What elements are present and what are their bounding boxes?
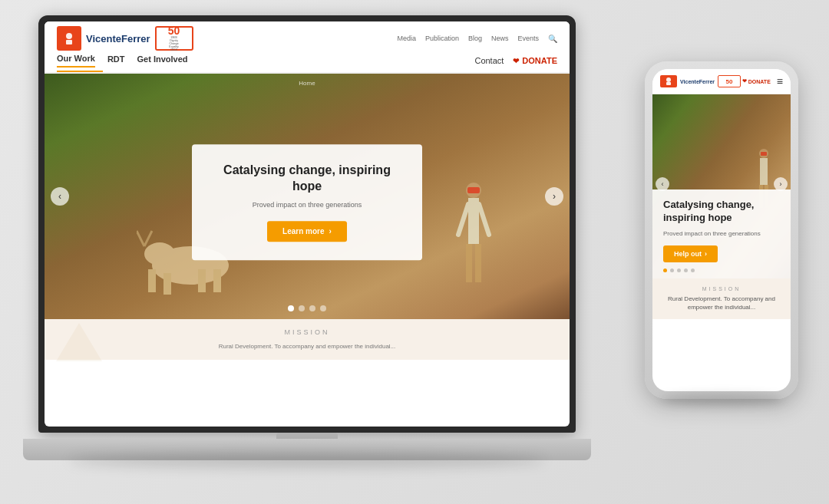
mobile-screen: VicenteFerrer 50 ❤ DONATE ≡ xyxy=(652,69,791,391)
mobile-arrow-right[interactable]: › xyxy=(774,177,788,191)
learn-more-button[interactable]: Learn more › xyxy=(267,221,347,242)
website-nav: VicenteFerrer 50 1969/DignityChangeEqual… xyxy=(45,21,570,74)
svg-rect-19 xyxy=(666,82,671,85)
logo-icon xyxy=(57,26,81,51)
svg-rect-7 xyxy=(213,269,221,292)
nav-top-links: Media Publication Blog News Events 🔍 xyxy=(397,35,557,43)
nav-link-news[interactable]: News xyxy=(491,35,509,42)
laptop-shadow xyxy=(69,453,545,468)
svg-rect-13 xyxy=(466,244,472,282)
mobile-hero-dots xyxy=(663,268,780,272)
mobile-dot-4[interactable] xyxy=(684,268,688,272)
nav-link-blog[interactable]: Blog xyxy=(468,35,482,42)
svg-rect-14 xyxy=(475,244,481,282)
heart-icon: ❤ xyxy=(513,57,519,65)
nav-rdt[interactable]: RDT xyxy=(107,54,125,67)
mobile-hero: ‹ › Catalysing change, inspiring hope Pr… xyxy=(652,94,791,278)
search-icon[interactable]: 🔍 xyxy=(548,35,557,43)
laptop-device: VicenteFerrer 50 1969/DignityChangeEqual… xyxy=(23,15,591,460)
mission-label: MISSION xyxy=(57,328,557,336)
mobile-device: VicenteFerrer 50 ❤ DONATE ≡ xyxy=(645,61,798,399)
logo-50th: 50 1969/DignityChangeEquality/2019 xyxy=(155,26,193,51)
mobile-textbox: Catalysing change, inspiring hope Proved… xyxy=(652,189,791,278)
website-hero: Home ‹ › Catalysing change, inspiring ho… xyxy=(45,74,570,319)
nav-contact[interactable]: Contact xyxy=(474,56,504,65)
nav-top-bar: VicenteFerrer 50 1969/DignityChangeEqual… xyxy=(57,21,557,54)
hero-dots xyxy=(288,305,326,311)
hero-arrow-right[interactable]: › xyxy=(545,187,563,206)
mobile-hero-title: Catalysing change, inspiring hope xyxy=(663,199,780,225)
hamburger-icon[interactable]: ≡ xyxy=(777,75,783,87)
svg-point-18 xyxy=(666,77,671,82)
help-out-button[interactable]: Help out › xyxy=(663,245,718,262)
mobile-hero-arrows: ‹ › xyxy=(652,177,791,191)
mobile-arrow-icon: › xyxy=(705,250,707,258)
hero-dot-3[interactable] xyxy=(309,305,315,311)
scene: VicenteFerrer 50 1969/DignityChangeEqual… xyxy=(0,0,829,504)
hero-arrow-left[interactable]: ‹ xyxy=(51,187,69,206)
hero-breadcrumb: Home xyxy=(299,80,315,87)
mission-triangle-icon xyxy=(52,319,106,368)
nav-our-work[interactable]: Our Work xyxy=(57,54,95,68)
svg-rect-4 xyxy=(148,269,156,292)
mobile-shadow xyxy=(660,394,783,405)
logo-50-sub: 1969/DignityChangeEquality/2019 xyxy=(169,36,178,52)
svg-rect-1 xyxy=(66,40,72,44)
svg-line-9 xyxy=(144,231,152,246)
svg-point-0 xyxy=(66,33,72,39)
hero-dot-2[interactable] xyxy=(299,305,305,311)
laptop-screen: VicenteFerrer 50 1969/DignityChangeEqual… xyxy=(45,21,570,427)
mobile-logo-50-year: 50 xyxy=(726,78,733,85)
mission-text: Rural Development. To accompany and empo… xyxy=(57,342,557,351)
mobile-mission-text: Rural Development. To accompany and empo… xyxy=(663,295,780,311)
mobile-outer: VicenteFerrer 50 ❤ DONATE ≡ xyxy=(645,61,798,399)
mobile-heart-icon: ❤ xyxy=(742,78,747,84)
hero-dot-4[interactable] xyxy=(320,305,326,311)
website-mission: MISSION Rural Development. To accompany … xyxy=(45,319,570,360)
svg-point-3 xyxy=(144,242,175,265)
svg-rect-6 xyxy=(198,269,206,292)
nav-active-underline xyxy=(57,71,103,72)
svg-line-16 xyxy=(479,204,489,235)
mobile-logo-icon xyxy=(660,75,677,87)
logo-text: VicenteFerrer xyxy=(86,33,150,44)
mobile-dot-1[interactable] xyxy=(663,268,667,272)
svg-rect-21 xyxy=(761,152,767,156)
nav-donate[interactable]: ❤ DONATE xyxy=(513,56,557,65)
hero-textbox: Catalysing change, inspiring hope Proved… xyxy=(192,144,422,260)
hero-title: Catalysing change, inspiring hope xyxy=(216,163,398,195)
nav-get-involved[interactable]: Get Involved xyxy=(137,54,188,67)
laptop-hinge xyxy=(276,433,338,439)
farmer-figure xyxy=(454,181,493,304)
mobile-dot-2[interactable] xyxy=(670,268,674,272)
hero-dot-1[interactable] xyxy=(288,305,294,311)
nav-bottom-bar: Our Work RDT Get Involved Contact ❤ DONA… xyxy=(57,54,557,72)
mobile-donate[interactable]: ❤ DONATE xyxy=(742,78,771,84)
svg-rect-11 xyxy=(467,187,480,193)
nav-link-publication[interactable]: Publication xyxy=(425,35,459,42)
mobile-logo-50: 50 xyxy=(718,75,741,87)
nav-main-links: Our Work RDT Get Involved xyxy=(57,54,188,68)
svg-line-15 xyxy=(458,204,468,235)
mobile-logo-text: VicenteFerrer xyxy=(680,79,715,84)
arrow-right-icon: › xyxy=(329,227,332,236)
mobile-nav-right: ❤ DONATE ≡ xyxy=(742,75,783,87)
mobile-nav: VicenteFerrer 50 ❤ DONATE ≡ xyxy=(652,69,791,94)
nav-link-events[interactable]: Events xyxy=(517,35,539,42)
svg-rect-5 xyxy=(163,273,171,295)
mobile-hero-subtitle: Proved impact on three generations xyxy=(663,229,780,238)
mobile-logo-group: VicenteFerrer 50 xyxy=(660,75,741,87)
hero-subtitle: Proved impact on three generations xyxy=(216,201,398,209)
logo-50-year: 50 xyxy=(168,25,180,36)
mobile-dot-5[interactable] xyxy=(691,268,695,272)
mobile-arrow-left[interactable]: ‹ xyxy=(656,177,669,191)
nav-link-media[interactable]: Media xyxy=(397,35,416,42)
mobile-mission: MISSION Rural Development. To accompany … xyxy=(652,278,791,319)
mobile-dot-3[interactable] xyxy=(677,268,681,272)
laptop-screen-outer: VicenteFerrer 50 1969/DignityChangeEqual… xyxy=(38,15,576,433)
svg-line-8 xyxy=(137,231,144,246)
mobile-mission-label: MISSION xyxy=(663,286,780,292)
svg-marker-17 xyxy=(56,323,102,361)
nav-right-actions: Contact ❤ DONATE xyxy=(474,56,557,65)
website-logo: VicenteFerrer 50 1969/DignityChangeEqual… xyxy=(57,26,193,51)
